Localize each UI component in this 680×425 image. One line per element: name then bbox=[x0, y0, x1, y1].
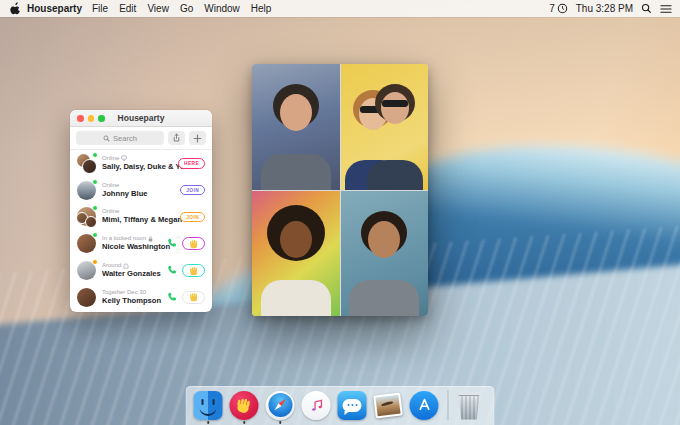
lock-icon bbox=[148, 236, 153, 242]
contact-status: Together Dec 30 bbox=[102, 289, 161, 296]
avatar bbox=[77, 154, 96, 173]
call-button[interactable] bbox=[167, 238, 178, 249]
search-placeholder: Search bbox=[113, 134, 137, 143]
here-button[interactable]: HERE bbox=[178, 158, 205, 169]
running-indicator bbox=[243, 421, 246, 424]
search-input[interactable]: Search bbox=[76, 131, 164, 145]
join-button[interactable]: JOIN bbox=[180, 185, 205, 196]
contact-row-walter-gonzales[interactable]: Around Walter Gonzales bbox=[70, 257, 212, 284]
clock-icon bbox=[557, 3, 568, 14]
contact-list: Online Sally, Daisy, Duke & You HERE Onl… bbox=[70, 150, 212, 311]
minimize-button[interactable] bbox=[88, 115, 95, 122]
avatar bbox=[77, 234, 96, 253]
search-icon bbox=[103, 135, 110, 142]
menu-bar-clock[interactable]: Thu 3:28 PM bbox=[576, 3, 633, 14]
contact-name: Mimi, Tiffany & Megan bbox=[102, 215, 180, 225]
call-button[interactable] bbox=[167, 292, 178, 303]
avatar bbox=[77, 261, 96, 280]
menu-edit[interactable]: Edit bbox=[119, 3, 136, 14]
video-tile-woman-gray-sweater[interactable] bbox=[341, 191, 429, 317]
toolbar: Search bbox=[70, 127, 212, 150]
contact-name: Walter Gonzales bbox=[102, 269, 161, 279]
contact-row-kelly-thompson[interactable]: Together Dec 30 Kelly Thompson bbox=[70, 284, 212, 311]
itunes-icon bbox=[302, 391, 331, 420]
dock-item-houseparty[interactable] bbox=[230, 391, 259, 420]
menu-go[interactable]: Go bbox=[180, 3, 193, 14]
dock-item-itunes[interactable] bbox=[302, 391, 331, 420]
active-app-menu[interactable]: Houseparty bbox=[27, 3, 82, 14]
contact-status: In a locked room bbox=[102, 235, 167, 242]
houseparty-window[interactable]: Houseparty Search Online bbox=[70, 110, 212, 312]
notification-center-icon[interactable] bbox=[660, 4, 672, 14]
join-button[interactable]: JOIN bbox=[180, 212, 205, 223]
add-icon bbox=[193, 134, 202, 143]
menu-help[interactable]: Help bbox=[251, 3, 272, 14]
houseparty-menu-extra[interactable]: 7 bbox=[549, 3, 568, 14]
zoom-button[interactable] bbox=[98, 115, 105, 122]
dock-item-safari[interactable] bbox=[266, 391, 295, 420]
wave-button[interactable] bbox=[182, 237, 205, 250]
video-call-window[interactable] bbox=[252, 64, 428, 316]
contact-name: Nicole Washington bbox=[102, 242, 167, 252]
contact-row-nicole-washington[interactable]: In a locked room Nicole Washington bbox=[70, 230, 212, 257]
close-button[interactable] bbox=[77, 115, 84, 122]
dock-item-app-store[interactable] bbox=[410, 391, 439, 420]
presence-dot bbox=[92, 205, 98, 211]
contact-row-johnny-blue[interactable]: Online Johnny Blue JOIN bbox=[70, 177, 212, 204]
finder-icon bbox=[194, 391, 223, 420]
contact-row-sally-group[interactable]: Online Sally, Daisy, Duke & You HERE bbox=[70, 150, 212, 177]
wave-hand-icon bbox=[189, 266, 199, 276]
contact-name: Johnny Blue bbox=[102, 189, 148, 199]
messages-icon bbox=[338, 391, 367, 420]
presence-dot bbox=[92, 179, 98, 185]
dock-divider bbox=[448, 390, 449, 420]
video-tile-laughing-woman[interactable] bbox=[252, 191, 340, 317]
menu-bar: Houseparty File Edit View Go Window Help… bbox=[0, 0, 680, 17]
contact-status: Around bbox=[102, 262, 161, 269]
share-icon bbox=[172, 133, 181, 143]
wave-hand-icon bbox=[189, 292, 199, 302]
wave-button[interactable] bbox=[182, 264, 205, 277]
wave-hand-icon bbox=[189, 239, 199, 249]
window-title-bar[interactable]: Houseparty bbox=[70, 110, 212, 127]
phone-icon bbox=[167, 292, 178, 303]
houseparty-icon bbox=[230, 391, 259, 420]
trash-icon bbox=[458, 392, 481, 420]
running-indicator bbox=[279, 421, 282, 424]
menu-window[interactable]: Window bbox=[204, 3, 240, 14]
friends-online-count: 7 bbox=[549, 3, 555, 14]
avatar bbox=[77, 288, 96, 307]
menu-file[interactable]: File bbox=[92, 3, 108, 14]
dock-item-trash[interactable] bbox=[458, 391, 487, 420]
add-friend-button[interactable] bbox=[189, 131, 206, 145]
video-tile-couple-sunglasses[interactable] bbox=[341, 64, 429, 190]
safari-icon bbox=[266, 391, 295, 420]
wave-hand-icon bbox=[236, 397, 253, 414]
contact-status: Online bbox=[102, 208, 180, 215]
avatar bbox=[77, 207, 96, 226]
window-title: Houseparty bbox=[118, 113, 165, 123]
phone-icon bbox=[167, 238, 178, 249]
presence-dot bbox=[92, 259, 98, 265]
music-note-icon bbox=[308, 397, 324, 413]
dock-item-finder[interactable] bbox=[194, 391, 223, 420]
apple-icon bbox=[10, 2, 21, 15]
call-button[interactable] bbox=[167, 265, 178, 276]
video-tile-man-airplane[interactable] bbox=[252, 64, 340, 190]
spotlight-search-icon[interactable] bbox=[641, 3, 652, 14]
avatar bbox=[77, 181, 96, 200]
menu-view[interactable]: View bbox=[147, 3, 169, 14]
screen-icon bbox=[121, 155, 127, 161]
running-indicator bbox=[207, 421, 210, 424]
contact-name: Sally, Daisy, Duke & You bbox=[102, 162, 178, 172]
contact-status: Online bbox=[102, 182, 148, 189]
wave-button[interactable] bbox=[182, 291, 205, 304]
dock-item-messages[interactable] bbox=[338, 391, 367, 420]
contact-name: Kelly Thompson bbox=[102, 296, 161, 306]
apple-menu[interactable] bbox=[10, 2, 21, 15]
dock-item-preview[interactable] bbox=[374, 391, 403, 420]
app-store-icon bbox=[410, 391, 439, 420]
preview-icon bbox=[373, 392, 403, 418]
share-button[interactable] bbox=[168, 131, 185, 145]
contact-row-mimi-group[interactable]: Online Mimi, Tiffany & Megan JOIN bbox=[70, 204, 212, 231]
